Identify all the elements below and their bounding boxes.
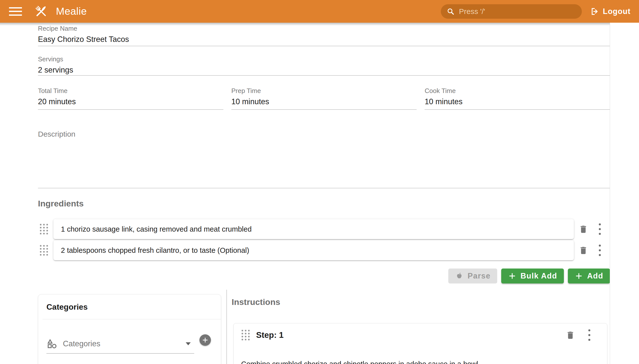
app-title: Mealie: [56, 6, 87, 17]
instructions-heading: Instructions: [232, 297, 280, 307]
times-row: Total Time Prep Time Cook Time: [38, 87, 610, 110]
chevron-down-icon: [186, 342, 191, 345]
recipe-editor: Recipe Name Servings Total Time Prep Tim…: [0, 23, 610, 364]
menu-icon[interactable]: [9, 7, 22, 16]
search-input[interactable]: [459, 7, 576, 16]
trash-icon: [565, 330, 575, 340]
ingredient-input[interactable]: [61, 246, 566, 254]
instruction-step-card: Step: 1 Combine crumbled chorizo and chi…: [233, 323, 607, 364]
delete-ingredient-button[interactable]: [578, 224, 588, 234]
step-header: Step: 1: [234, 323, 607, 341]
categories-select-label: Categories: [63, 339, 100, 348]
total-time-field: Total Time: [38, 87, 224, 110]
search-icon: [447, 7, 455, 16]
ingredient-menu-button[interactable]: [599, 244, 601, 256]
ingredient-input-card: [53, 219, 574, 239]
trash-icon: [578, 245, 588, 255]
description-label: Description: [38, 130, 610, 138]
logout-label: Logout: [603, 7, 630, 16]
app-bar: Mealie Logout: [0, 0, 639, 23]
total-time-label: Total Time: [38, 87, 224, 95]
total-time-input[interactable]: [38, 97, 224, 106]
ingredient-input[interactable]: [61, 225, 566, 233]
divider: [43, 319, 221, 319]
add-label: Add: [587, 272, 603, 280]
ingredient-menu-button[interactable]: [599, 224, 601, 235]
servings-field: Servings: [38, 55, 610, 76]
apple-icon: [455, 272, 464, 280]
recipe-name-input[interactable]: [38, 35, 610, 44]
delete-step-button[interactable]: [565, 330, 575, 340]
mealie-logo-icon: [34, 4, 48, 19]
plus-icon: [202, 336, 209, 344]
recipe-name-field: Recipe Name: [38, 25, 610, 46]
step-title: Step: 1: [256, 330, 284, 340]
trash-icon: [578, 224, 588, 234]
ingredients-heading: Ingredients: [38, 199, 84, 208]
cook-time-field: Cook Time: [424, 87, 610, 110]
step-menu-button[interactable]: [588, 329, 590, 341]
plus-icon: [575, 272, 583, 280]
recipe-name-label: Recipe Name: [38, 25, 610, 32]
parse-button[interactable]: Parse: [448, 268, 497, 284]
search-box[interactable]: [441, 4, 582, 19]
drag-handle-icon[interactable]: [242, 330, 250, 340]
add-category-button[interactable]: [199, 334, 211, 346]
categories-card: Categories Categories: [38, 294, 221, 364]
shapes-icon: [46, 338, 57, 349]
cook-time-label: Cook Time: [424, 87, 610, 95]
bulk-add-button[interactable]: Bulk Add: [501, 268, 564, 284]
ingredient-actions: Parse Bulk Add Add: [38, 268, 610, 284]
bulk-add-label: Bulk Add: [520, 272, 557, 280]
ingredient-row: [38, 240, 610, 260]
logout-button[interactable]: Logout: [590, 7, 630, 16]
prep-time-field: Prep Time: [231, 87, 417, 110]
ingredient-input-card: [53, 240, 574, 260]
categories-heading: Categories: [38, 294, 221, 312]
logout-icon: [590, 7, 599, 16]
ingredient-row: [38, 219, 610, 239]
prep-time-label: Prep Time: [231, 87, 417, 95]
prep-time-input[interactable]: [231, 97, 417, 106]
description-field: Description: [38, 130, 610, 188]
parse-label: Parse: [468, 272, 491, 280]
add-button[interactable]: Add: [568, 268, 610, 284]
drag-handle-icon[interactable]: [40, 224, 48, 234]
description-input[interactable]: [38, 138, 610, 183]
cook-time-input[interactable]: [424, 97, 610, 106]
drag-handle-icon[interactable]: [40, 245, 48, 256]
delete-ingredient-button[interactable]: [578, 245, 588, 255]
column-divider: [227, 290, 227, 364]
categories-select[interactable]: Categories: [46, 334, 194, 354]
step-text[interactable]: Combine crumbled chorizo and chipotle pe…: [234, 341, 607, 364]
plus-icon: [508, 272, 516, 280]
servings-input[interactable]: [38, 66, 610, 74]
servings-label: Servings: [38, 55, 610, 63]
